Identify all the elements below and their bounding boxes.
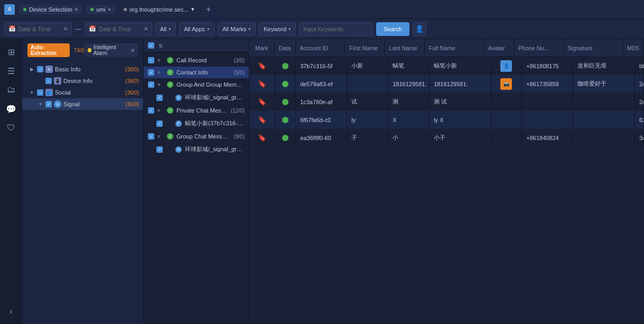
- td-data-1: [275, 75, 296, 92]
- td-account-id-3: 6f67fa6d-c0: [296, 111, 347, 128]
- th-phone[interactable]: Phone Nu...: [514, 39, 564, 57]
- th-signature[interactable]: Signature: [564, 39, 623, 57]
- middle-item-wubi[interactable]: ✓ P 蜗笔小新(37b7c316-58d4-49...: [144, 117, 249, 131]
- date-field-1[interactable]: [18, 26, 61, 32]
- clear-date-1[interactable]: ✕: [63, 26, 68, 32]
- date-field-2[interactable]: [99, 26, 141, 32]
- left-panel: Auto-Extraction 74/0 Intelligent Alarm ✕…: [22, 39, 144, 324]
- tree-icon-social: 👥: [45, 89, 53, 96]
- keyword-input[interactable]: [299, 22, 373, 36]
- alarm-close-icon[interactable]: ✕: [130, 48, 135, 53]
- middle-item-hq-group[interactable]: ✓ G 环球影城/_signal_group_v2: [144, 91, 249, 105]
- calendar-icon-1: 📅: [8, 25, 16, 32]
- intelligent-alarm[interactable]: Intelligent Alarm ✕: [85, 43, 138, 57]
- th-account-id[interactable]: Account ID: [296, 39, 346, 57]
- tree-item-social[interactable]: ▾ − 👥 Social (36/0): [22, 87, 143, 98]
- tree-checkbox-social[interactable]: −: [37, 89, 43, 96]
- date-input-2[interactable]: 📅 ✕: [85, 22, 152, 36]
- table-row[interactable]: 🔖 de579a83-ef 1816129581: 1816129581: 📷 …: [249, 75, 644, 93]
- alarm-dot: [88, 48, 91, 52]
- mid-icon-wubi: P: [175, 121, 182, 127]
- tab-device-selection[interactable]: Device Selection ▾: [19, 5, 82, 14]
- mid-check-call[interactable]: −: [148, 57, 154, 63]
- td-mark-4[interactable]: 🔖: [249, 129, 275, 146]
- nav-collapse-icon[interactable]: ‹: [3, 303, 20, 320]
- bookmark-icon-3[interactable]: 🔖: [258, 116, 266, 124]
- th-last-name[interactable]: Last Name: [385, 39, 425, 57]
- middle-item-hq-gchat[interactable]: ✓ G 环球影城/_signal_group_v2: [144, 143, 249, 156]
- nav-folder-icon[interactable]: 🗂: [3, 81, 20, 98]
- tree-checkbox-signal[interactable]: ✓: [45, 101, 52, 107]
- mid-check-gchat[interactable]: ✓: [148, 133, 154, 140]
- th-md5[interactable]: MD5: [623, 39, 644, 57]
- nav-home-icon[interactable]: ⊞: [3, 43, 20, 60]
- bookmark-icon-2[interactable]: 🔖: [258, 98, 266, 106]
- all-marks-select[interactable]: All Marks ▾: [218, 22, 256, 36]
- title-bar: A Device Selection ▾ umi ▾ org.thoughtcr…: [0, 0, 644, 19]
- mid-check-contact[interactable]: ✓: [148, 69, 154, 76]
- middle-item-contact-info[interactable]: ✓ ≡ ✓ Contact Info (5/0): [144, 67, 249, 79]
- mid-check-hq[interactable]: ✓: [156, 95, 163, 101]
- td-mark-1[interactable]: 🔖: [249, 75, 275, 92]
- middle-item-group-info[interactable]: ✓ ≡ ✓ Group And Group Member Inf...: [144, 79, 249, 91]
- tab-org[interactable]: org.thoughtcrime.sec... ▾: [119, 4, 199, 14]
- td-mark-0[interactable]: 🔖: [249, 57, 275, 75]
- table-row[interactable]: 🔖 ea36f8f0-60 子 小 小子 +861840824 3a12a46d…: [249, 129, 644, 147]
- mid-check-hq2[interactable]: ✓: [156, 146, 163, 153]
- td-mark-2[interactable]: 🔖: [249, 93, 275, 110]
- table-row[interactable]: 🔖 37b7c316-5f 小新 蜗笔 蜗笔小新 👤 +861808175 道和…: [249, 57, 644, 75]
- bookmark-icon-1[interactable]: 🔖: [258, 80, 266, 88]
- tree-count-basic: (38/0): [125, 67, 139, 72]
- td-full-name-2: 测 试: [430, 93, 491, 110]
- bookmark-icon-4[interactable]: 🔖: [258, 134, 266, 142]
- td-md5-4: 3a12a46d628d5731464bb48fde807ae3: [635, 129, 644, 146]
- tab-umi[interactable]: umi ▾: [86, 5, 115, 14]
- td-mark-3[interactable]: 🔖: [249, 111, 275, 128]
- all-apps-select[interactable]: All Apps ▾: [179, 22, 214, 36]
- person-filter-button[interactable]: 👤: [413, 22, 426, 36]
- tree-toggle-social[interactable]: ▾: [29, 89, 35, 96]
- table-row[interactable]: 🔖 6f67fa6d-c0 ly X ly X 62319f7c1f350689…: [249, 111, 644, 129]
- nav-chat-icon[interactable]: 💬: [3, 100, 20, 117]
- th-avatar[interactable]: Avatar: [484, 39, 514, 57]
- tree-checkbox-basic[interactable]: −: [37, 66, 43, 72]
- header-check: ✓: [148, 42, 154, 49]
- tree-item-basic-info[interactable]: ▶ − ≡ Basic Info (38/0): [22, 63, 143, 75]
- mid-check-group[interactable]: ✓: [148, 81, 154, 88]
- keyword-select[interactable]: Keyword ▾: [259, 22, 296, 36]
- mid-check-wubi[interactable]: ✓: [156, 121, 163, 127]
- tab-chevron-icon: ▾: [75, 7, 78, 12]
- all-filter-select[interactable]: All ▾: [155, 22, 176, 36]
- th-full-name[interactable]: Full Name: [425, 39, 484, 57]
- nav-list-icon[interactable]: ☰: [3, 62, 20, 79]
- table-row[interactable]: 🔖 1c3a780e-af 试 测 测 试 2c35e8528f84d9594e…: [249, 93, 644, 111]
- td-data-0: [275, 57, 296, 75]
- td-data-3: [275, 111, 296, 128]
- middle-header-checkbox[interactable]: ✓: [148, 42, 154, 49]
- search-button[interactable]: Search: [376, 22, 409, 36]
- middle-item-private-chat[interactable]: ✓ ≡ ✓ Private Chat Message (12/0): [144, 105, 249, 117]
- td-data-2: [275, 93, 296, 110]
- tree-checkbox-device[interactable]: −: [45, 78, 52, 84]
- td-first-name-3: ly: [347, 111, 388, 128]
- middle-item-call-record[interactable]: − ≡ ✓ Call Record (3/0): [144, 54, 249, 67]
- mid-label-call: Call Record: [176, 57, 230, 63]
- add-tab-button[interactable]: +: [203, 4, 214, 15]
- keyword-field[interactable]: [303, 26, 367, 32]
- date-input-1[interactable]: 📅 ✕: [4, 22, 72, 36]
- nav-shield-icon[interactable]: 🛡: [3, 119, 20, 136]
- tree-toggle-basic[interactable]: ▶: [29, 66, 35, 72]
- clear-date-2[interactable]: ✕: [144, 26, 148, 32]
- tree-item-signal[interactable]: ▾ ✓ S Signal (36/0): [22, 98, 143, 110]
- tab-org-label: org.thoughtcrime.sec...: [129, 6, 189, 13]
- tree-toggle-signal[interactable]: ▾: [37, 101, 43, 107]
- app-logo: A: [4, 4, 15, 15]
- mid-count-private: (12/0): [231, 108, 245, 114]
- th-first-name[interactable]: First Name: [345, 39, 385, 57]
- middle-item-group-chat[interactable]: ✓ ≡ ✓ Group Chat Message (9/0): [144, 131, 249, 143]
- mid-check-private[interactable]: ✓: [148, 107, 154, 114]
- toolbar: 📅 ✕ — 📅 ✕ All ▾ All Apps ▾ All Marks ▾ K…: [0, 19, 644, 39]
- bookmark-icon-0[interactable]: 🔖: [258, 62, 266, 70]
- tree-item-device-info[interactable]: − 📱 Device Info (38/0): [22, 75, 143, 87]
- td-avatar-1: 📷: [491, 75, 522, 92]
